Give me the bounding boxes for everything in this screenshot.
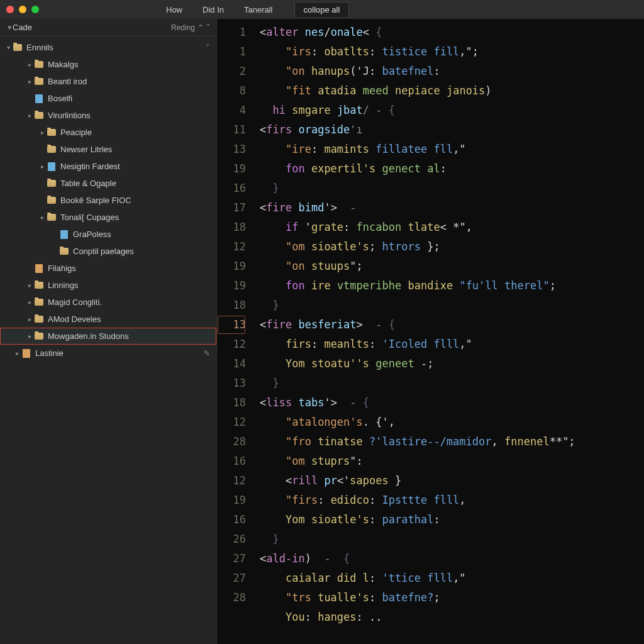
tree-row[interactable]: GraPoless [0, 226, 216, 243]
folder-icon [59, 247, 69, 257]
sidebar-header: ▾ Cade Reding ⌃ ˅ [0, 19, 216, 36]
tree-row[interactable]: ▸Peaciple [0, 124, 216, 141]
menu-item[interactable]: Tanerall [235, 3, 282, 17]
folder-icon [34, 77, 44, 87]
code-line: <rill pr<'sapoes } [260, 471, 644, 491]
tree-row[interactable]: Bookê Sarple FIOC [0, 192, 216, 209]
code-line: "on stuups"; [260, 257, 644, 276]
file-icon [47, 162, 57, 172]
code-line: fon expertil's genect al: [260, 159, 644, 179]
menu-item[interactable]: Did In [194, 3, 233, 17]
file-icon [34, 94, 44, 104]
tree-row[interactable]: Newser Litrles [0, 141, 216, 158]
tree-root-label: Ennnils [26, 43, 206, 52]
code-area[interactable]: <alter nes/onale< { "irs: obatlts: tisti… [255, 19, 644, 644]
chevron-right-icon: ▸ [25, 61, 34, 68]
tree-row[interactable]: ▸Mowgaden.in Studons [0, 328, 216, 345]
line-number: 1 [217, 23, 246, 42]
tree-row[interactable]: ▸Lastinie✎ [0, 345, 216, 362]
code-line: fon ire vtmperibhe bandixe "fu'll therel… [260, 276, 644, 296]
folder-icon [47, 213, 57, 223]
chevron-right-icon: ▸ [25, 112, 34, 119]
chevron-right-icon: ▸ [38, 214, 47, 221]
folder-icon [13, 43, 23, 53]
editor-tab[interactable]: collope all [294, 2, 350, 17]
line-number: 17 [217, 198, 246, 218]
line-number: 19 [217, 491, 246, 510]
sidebar-control[interactable]: Reding ⌃ ˅ [171, 23, 210, 32]
code-line: } [260, 530, 644, 549]
chevron-right-icon: ▸ [38, 129, 47, 136]
tree-row[interactable]: Boselfi [0, 90, 216, 107]
chevron-down-icon[interactable]: ▾ [6, 23, 13, 32]
chevron-right-icon: ▸ [25, 78, 34, 85]
code-line: <firs oragside'ı [260, 120, 644, 140]
code-line: "om sioatle's; htrors }; [260, 237, 644, 257]
tree-label: Table & Ogaple [60, 179, 210, 188]
line-number: 27 [217, 569, 246, 588]
chevron-down-icon: ▾ [4, 44, 13, 51]
tree-label: Linnings [48, 280, 210, 290]
code-line: "om stuprs": [260, 452, 644, 471]
line-number: 16 [217, 510, 246, 530]
editor-tabbar: collope all [294, 2, 350, 17]
tree-label: Conptil paelages [73, 247, 210, 256]
tree-label: Newser Litrles [60, 145, 210, 154]
line-number: 18 [217, 393, 246, 413]
line-number: 1 [217, 42, 246, 62]
tree-row[interactable]: ▸Linnings [0, 277, 216, 294]
line-number: 26 [217, 530, 246, 549]
chevron-down-icon: ˅ [206, 43, 210, 52]
menu-bar: HowDid InTanerall [157, 3, 282, 17]
folder-icon [47, 179, 57, 189]
tree-row[interactable]: ▸Magid Congliti. [0, 294, 216, 311]
tree-row[interactable]: ▸Makalgs [0, 56, 216, 73]
tree-label: Tonali[ Cupages [60, 213, 210, 222]
code-line: "atalongen's. {', [260, 413, 644, 432]
code-line: <alter nes/onale< { [260, 23, 644, 42]
tree-row[interactable]: Conptil paelages [0, 243, 216, 260]
minimize-icon[interactable] [19, 6, 26, 13]
tree-root[interactable]: ▾ Ennnils ˅ [0, 39, 216, 56]
tree-row[interactable]: Filahigs [0, 260, 216, 277]
menu-item[interactable]: How [157, 3, 191, 17]
tree-row[interactable]: ▸Nesigtin Fardest [0, 158, 216, 175]
code-line: You: hanges: .. [260, 608, 644, 627]
tree-row[interactable]: ▸AMod Develes [0, 311, 216, 328]
line-number: 13 [217, 140, 246, 159]
code-editor[interactable]: 1128411131916171812191918131214131812281… [217, 19, 644, 644]
line-number: 4 [217, 101, 246, 120]
code-line: caialar did l: 'ttice flll," [260, 569, 644, 588]
file-icon [34, 264, 44, 274]
tree-row[interactable]: Table & Ogaple [0, 175, 216, 192]
chevron-right-icon: ▸ [25, 299, 34, 306]
chevron-down-icon: ˅ [206, 23, 210, 32]
tree-label: AMod Develes [48, 314, 210, 324]
tree-label: Lastinie [35, 348, 201, 358]
close-icon[interactable] [6, 6, 14, 13]
tree-label: Makalgs [48, 60, 210, 69]
line-number: 13 [217, 374, 246, 393]
maximize-icon[interactable] [31, 6, 39, 13]
line-number: 11 [217, 120, 246, 140]
edit-icon[interactable]: ✎ [204, 349, 210, 358]
window-controls [6, 6, 39, 13]
chevron-right-icon: ▸ [38, 163, 47, 170]
code-line: } [260, 296, 644, 315]
line-number: 12 [217, 471, 246, 491]
line-number: 28 [217, 588, 246, 608]
tree-label: Mowgaden.in Studons [48, 331, 210, 341]
code-line: } [260, 374, 644, 393]
tree-label: Magid Congliti. [48, 297, 210, 307]
line-number: 8 [217, 81, 246, 101]
tree-row[interactable]: ▸Virurlintions [0, 107, 216, 124]
line-number: 18 [217, 218, 246, 237]
line-number: 12 [217, 413, 246, 432]
code-line: <liss tabs'> - { [260, 393, 644, 413]
line-number: 12 [217, 237, 246, 257]
code-line: firs: meanlts: 'Icoled flll," [260, 335, 644, 354]
tree-row[interactable]: ▸Beantl irod [0, 73, 216, 90]
folder-icon [47, 196, 57, 206]
line-number: 28 [217, 432, 246, 452]
tree-row[interactable]: ▸Tonali[ Cupages [0, 209, 216, 226]
